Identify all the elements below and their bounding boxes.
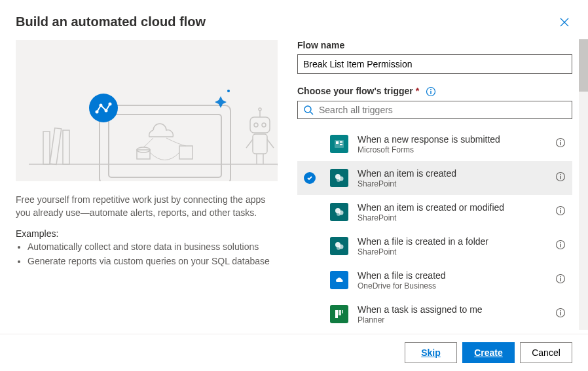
flow-name-input[interactable] (297, 54, 572, 74)
svg-rect-43 (560, 176, 560, 179)
dialog-header: Build an automated cloud flow (0, 0, 588, 40)
info-icon[interactable] (426, 86, 436, 97)
connector-icon (330, 271, 348, 289)
trigger-text: When a file is createdOneDrive for Busin… (358, 270, 555, 291)
trigger-text: When a new response is submittedMicrosof… (358, 133, 555, 154)
trigger-text: When a file is created in a folderShareP… (358, 236, 555, 256)
search-triggers-wrap[interactable] (297, 101, 572, 119)
dialog-footer: Skip Create Cancel (0, 334, 588, 371)
svg-line-21 (267, 139, 274, 148)
svg-point-25 (259, 108, 261, 111)
svg-point-10 (105, 109, 108, 113)
trigger-text: When a task is assigned to mePlanner (358, 304, 555, 325)
radio-icon (304, 172, 316, 184)
svg-rect-28 (430, 91, 431, 94)
trigger-title: When an item is created (358, 168, 555, 179)
right-panel: Flow name Choose your flow's trigger * W… (296, 40, 572, 330)
svg-point-46 (337, 212, 340, 216)
trigger-connector: Microsoft Forms (358, 145, 555, 154)
svg-rect-49 (560, 210, 560, 213)
svg-point-18 (262, 123, 266, 127)
svg-rect-58 (560, 278, 560, 281)
trigger-item[interactable]: When an item is created or modifiedShare… (297, 195, 572, 229)
trigger-item[interactable]: When a file is createdOneDrive for Busin… (297, 263, 572, 297)
svg-point-57 (560, 276, 561, 277)
trigger-item[interactable]: When a new response is submittedMicrosof… (297, 127, 572, 161)
info-icon[interactable] (555, 274, 566, 287)
svg-point-29 (304, 106, 311, 113)
trigger-connector: SharePoint (358, 179, 555, 188)
trigger-text: When an item is createdSharePoint (358, 168, 555, 188)
svg-rect-2 (109, 115, 221, 177)
svg-rect-32 (336, 141, 339, 144)
svg-point-17 (254, 123, 258, 127)
left-panel: Free yourself from repetitive work just … (16, 40, 296, 330)
search-triggers-input[interactable] (314, 105, 566, 115)
dialog-body: Free yourself from repetitive work just … (0, 40, 588, 334)
required-asterisk: * (416, 86, 419, 96)
svg-point-40 (337, 178, 340, 182)
svg-point-15 (227, 90, 230, 92)
info-icon[interactable] (555, 137, 566, 150)
examples-label: Examples: (16, 228, 278, 239)
connector-icon (330, 203, 348, 221)
examples-list: Automatically collect and store data in … (16, 240, 278, 268)
cancel-button[interactable]: Cancel (520, 342, 572, 363)
svg-rect-1 (100, 105, 230, 181)
svg-rect-59 (335, 310, 338, 318)
trigger-connector: OneDrive for Business (358, 281, 555, 291)
skip-button[interactable]: Skip (405, 342, 457, 363)
svg-rect-14 (63, 130, 69, 164)
trigger-title: When an item is created or modified (358, 202, 555, 213)
svg-point-27 (430, 89, 432, 90)
svg-point-52 (337, 246, 340, 250)
svg-point-54 (560, 242, 561, 243)
scrollbar-thumb[interactable] (579, 39, 588, 92)
svg-rect-60 (339, 310, 341, 315)
svg-point-48 (560, 208, 561, 209)
trigger-title: When a task is assigned to me (358, 304, 555, 315)
trigger-title: When a file is created in a folder (358, 236, 555, 247)
svg-rect-37 (560, 142, 560, 145)
svg-rect-13 (50, 128, 62, 165)
info-icon[interactable] (555, 308, 566, 321)
scrollbar[interactable] (579, 39, 588, 330)
trigger-title: When a new response is submitted (358, 133, 555, 145)
connector-icon (330, 237, 348, 255)
dialog-title: Build an automated cloud flow (16, 14, 206, 29)
connector-icon (330, 135, 348, 153)
trigger-title: When a file is created (358, 270, 555, 281)
svg-rect-12 (43, 132, 50, 164)
svg-rect-55 (560, 244, 560, 247)
info-icon[interactable] (555, 239, 566, 253)
trigger-connector: SharePoint (358, 213, 555, 222)
svg-rect-16 (250, 117, 270, 133)
trigger-connector: Planner (358, 315, 555, 325)
close-button[interactable] (557, 14, 572, 32)
trigger-list[interactable]: When a new response is submittedMicrosof… (297, 127, 572, 330)
trigger-item[interactable]: When a file is created in a folderShareP… (297, 229, 572, 263)
info-icon[interactable] (555, 171, 566, 185)
trigger-item[interactable]: When a task is assigned to mePlanner (297, 297, 572, 330)
svg-point-9 (100, 104, 103, 107)
svg-point-11 (109, 103, 112, 106)
dialog: Build an automated cloud flow (0, 0, 588, 371)
svg-line-30 (310, 112, 313, 115)
example-item: Generate reports via custom queries on y… (28, 255, 278, 268)
svg-rect-64 (560, 312, 560, 315)
illustration (16, 40, 278, 181)
trigger-label: Choose your flow's trigger * (297, 86, 572, 97)
svg-rect-33 (340, 141, 342, 143)
svg-rect-34 (340, 144, 342, 145)
trigger-text: When an item is created or modifiedShare… (358, 202, 555, 222)
trigger-item[interactable]: When an item is createdSharePoint (297, 161, 572, 195)
info-icon[interactable] (555, 205, 566, 219)
svg-rect-19 (253, 134, 267, 154)
svg-point-63 (560, 310, 561, 311)
svg-line-20 (246, 139, 253, 148)
flow-name-label: Flow name (297, 40, 572, 50)
create-button[interactable]: Create (462, 342, 515, 363)
svg-rect-6 (179, 146, 193, 159)
trigger-connector: SharePoint (358, 247, 555, 256)
connector-icon (330, 305, 348, 323)
